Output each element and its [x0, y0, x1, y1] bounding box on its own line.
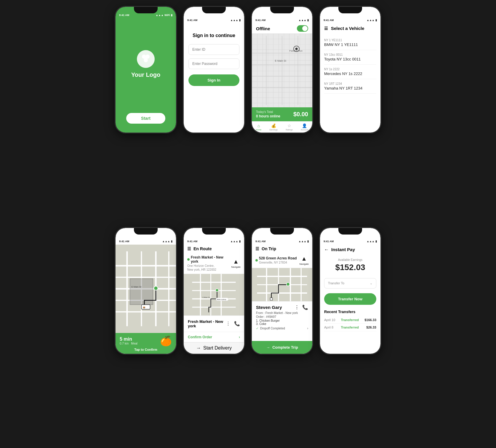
location-name: Fresh Market - New york: [191, 255, 231, 264]
vehicle-title: Select a Vehicle: [331, 26, 364, 31]
vehicle-item-1[interactable]: NY 1 YE1111 BMW NY 1 YE1111: [324, 36, 376, 50]
status-bar: 9:41 AM ▲▲▲ ▮: [252, 15, 312, 23]
navigate-label: Navigate: [231, 266, 241, 268]
complete-trip-label: Complete Trip: [272, 345, 298, 350]
vehicle-name-2: Toyota NY 13cc 0011: [324, 57, 376, 61]
phone-instant-pay: 9:41 AM ▲▲▲ ▮ ← Instant Pay Available Ea…: [319, 227, 381, 355]
status-time: 9:41 AM: [119, 14, 129, 17]
start-button[interactable]: Start: [126, 113, 165, 124]
online-toggle[interactable]: [297, 25, 308, 32]
transfer-now-button[interactable]: Transfer Now: [324, 293, 376, 305]
battery-icon: ▮: [307, 19, 309, 22]
enter-password-input[interactable]: [188, 58, 239, 69]
order-summary: 5 min 0.7 km Meal 🍊 Tap to Confirm: [116, 333, 176, 354]
status-bar: 9:41 AM ▲▲▲ ▮: [320, 15, 380, 23]
eta: 5 min: [120, 337, 137, 342]
vehicle-name-4: Yamaha NY 1RT 1234: [324, 86, 376, 90]
signin-title: Sign in to continue: [188, 33, 239, 38]
notch: [202, 7, 226, 13]
menu-icon[interactable]: ☰: [187, 246, 191, 251]
hours-online: 0 hours online: [256, 114, 280, 118]
battery-icon: ▮: [171, 14, 172, 17]
navigate-button[interactable]: ▲ Navigate: [299, 255, 309, 265]
confirm-order-bar[interactable]: Confirm Order ›: [184, 332, 244, 342]
status-time: 9:41 AM: [255, 240, 265, 243]
signal-icon: ▲▲▲: [298, 240, 306, 243]
more-options-icon[interactable]: ⋮: [295, 304, 299, 310]
trip-addr2: Greenville, NY 27834: [259, 261, 297, 264]
vehicle-item-4[interactable]: NY 1RT 1234 Yamaha NY 1RT 1234: [324, 79, 376, 94]
start-delivery-bar[interactable]: → Start Delivery: [184, 342, 244, 354]
check-icon: ✓: [256, 327, 258, 330]
nav-account[interactable]: 👤 Account: [301, 123, 308, 131]
confirm-order-arrow: ›: [239, 335, 240, 339]
enter-id-input[interactable]: [188, 44, 239, 55]
nav-home[interactable]: ⌂ Home: [256, 123, 262, 131]
location-dot: [255, 259, 258, 262]
nav-earnings-label: Earnings: [269, 129, 278, 131]
svg-point-2: [144, 58, 148, 62]
en-route-header: ☰ En Route: [184, 245, 244, 253]
menu-icon[interactable]: ☰: [324, 26, 328, 31]
dropoff-row[interactable]: ✓ Dropoff Completed ›: [256, 327, 308, 330]
svg-text:📦: 📦: [143, 306, 145, 309]
tap-confirm[interactable]: Tap to Confirm: [120, 348, 172, 351]
notch: [134, 228, 158, 235]
available-earnings-label: Available Earnings: [324, 258, 376, 262]
confirm-order-label: Confirm Order: [188, 335, 212, 339]
instant-pay-title: Instant Pay: [331, 247, 355, 252]
home-icon: ⌂: [257, 123, 260, 128]
action-name: Fresh Market - New york: [188, 319, 226, 328]
signal-icon: ▲▲▲: [162, 240, 170, 243]
navigate-label: Navigate: [299, 263, 309, 265]
call-customer-icon[interactable]: 📞: [302, 304, 308, 310]
svg-rect-49: [270, 298, 273, 300]
customer-name: Steven Gary: [256, 305, 282, 310]
svg-point-14: [294, 46, 299, 52]
vehicle-header: ☰ Select a Vehicle: [320, 23, 380, 33]
svg-text:E Main St: E Main St: [275, 59, 286, 62]
svg-text:Walk in pickup: Walk in pickup: [217, 299, 226, 300]
transfer-to-select[interactable]: Transfer To ⌄: [324, 278, 376, 288]
status-bar: 9:41 AM ▲▲▲ ▮: [184, 236, 244, 245]
back-button[interactable]: ←: [324, 247, 329, 252]
earnings-icon: 💰: [271, 123, 276, 128]
status-time: 9:41 AM: [255, 19, 265, 22]
menu-icon[interactable]: ☰: [255, 246, 259, 251]
dropoff-label: Dropoff Completed: [260, 327, 285, 330]
sign-in-button[interactable]: Sign In: [188, 74, 239, 86]
svg-point-1: [145, 55, 150, 59]
more-options-icon[interactable]: ⋮: [226, 321, 231, 326]
navigate-button[interactable]: ▲ Navigate: [231, 258, 241, 268]
vehicle-plate-2: NY 13cc 0011: [324, 53, 376, 56]
map-area: E Main St 📦: [116, 245, 176, 333]
nav-ratings[interactable]: ☆ Ratings: [286, 123, 293, 131]
status-time: 9:41 AM: [324, 240, 334, 243]
nav-earnings[interactable]: 💰 Earnings: [269, 123, 278, 131]
status-bar: 9:41 AM ▲▲▲ ▮: [116, 236, 176, 245]
notch: [202, 228, 226, 235]
order-number: Order : #49A97: [256, 315, 308, 318]
phone-splash: 9:41 AM ▲▲▲ WiFi ▮ Yo: [115, 6, 177, 133]
vehicle-item-2[interactable]: NY 13cc 0011 Toyota NY 13cc 0011: [324, 50, 376, 65]
complete-trip-bar[interactable]: → Complete Trip: [252, 341, 312, 354]
transfer-to-label: Transfer To: [328, 281, 344, 285]
instant-pay-header: ← Instant Pay: [320, 245, 380, 255]
ratings-icon: ☆: [287, 123, 291, 128]
order-items: 1. Chicken Burger 3. Coke: [256, 319, 308, 326]
vehicle-item-3[interactable]: NY 1s 2222 Mercedes NY 1s 2222: [324, 65, 376, 79]
nav-account-label: Account: [301, 129, 308, 131]
svg-point-48: [286, 283, 289, 286]
battery-icon: ▮: [375, 19, 377, 22]
status-time: 9:41 AM: [187, 240, 197, 243]
battery-icon: ▮: [307, 240, 309, 243]
phone-call-icon[interactable]: 📞: [234, 321, 240, 326]
signal-icon: ▲▲▲: [298, 19, 306, 22]
recent-transfers-section: Recent Transfers April 10 Transferred $1…: [320, 307, 380, 334]
account-icon: 👤: [302, 123, 307, 128]
location-card: Fresh Market - New york One Horizon Cent…: [184, 253, 244, 274]
phone-offline: 9:41 AM ▲▲▲ ▮ Offline: [251, 6, 313, 133]
battery-icon: ▮: [239, 240, 241, 243]
phone-select-vehicle: 9:41 AM ▲▲▲ ▮ ☰ Select a Vehicle NY 1 YE…: [319, 6, 381, 133]
map-area: [252, 268, 312, 302]
